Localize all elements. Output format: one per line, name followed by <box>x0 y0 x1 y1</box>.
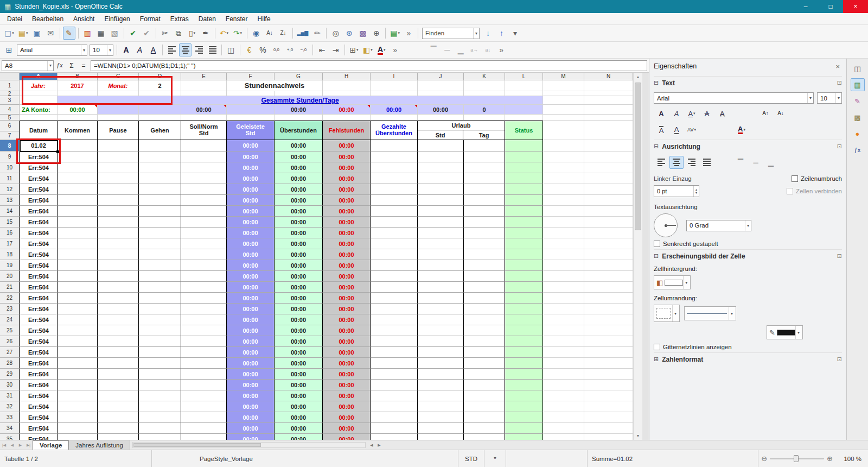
row-header-5[interactable]: 5 <box>0 115 20 121</box>
cell[interactable] <box>98 105 139 115</box>
cell[interactable] <box>584 238 633 249</box>
spinner-arrows-icon[interactable]: ▴▾ <box>693 186 699 197</box>
cell[interactable] <box>584 390 633 401</box>
cell[interactable] <box>58 152 98 162</box>
row-header-20[interactable]: 20 <box>0 271 20 282</box>
cell[interactable]: 00:00 <box>275 401 323 412</box>
cell[interactable]: Err:504 <box>20 184 58 195</box>
row-header-4[interactable]: 4 <box>0 105 20 115</box>
cell[interactable]: 00:00 <box>275 184 323 195</box>
cell[interactable] <box>464 80 505 91</box>
copy-icon[interactable]: ⧉ <box>173 27 185 40</box>
navigator-tab-icon[interactable]: ● <box>851 127 865 140</box>
cell[interactable] <box>98 434 139 440</box>
cell[interactable] <box>58 238 98 249</box>
horizontal-scrollbar[interactable] <box>132 442 366 448</box>
cell[interactable] <box>98 401 139 412</box>
cell[interactable]: 00:00 <box>227 434 275 440</box>
scroll-left-icon[interactable]: ◀ <box>368 440 375 450</box>
cell-status-header[interactable]: Status <box>505 121 543 140</box>
cell[interactable] <box>98 358 139 369</box>
row-header-8[interactable]: 8 <box>0 140 20 152</box>
cell[interactable] <box>58 325 98 336</box>
cell[interactable]: 00:00 <box>323 380 371 390</box>
cell[interactable] <box>58 195 98 206</box>
cell[interactable] <box>584 336 633 347</box>
cell[interactable] <box>505 369 543 380</box>
cell[interactable] <box>139 217 181 228</box>
cell[interactable] <box>505 206 543 217</box>
open-dialog-icon[interactable]: ⊡ <box>837 253 842 260</box>
cell[interactable]: Err:504 <box>20 217 58 228</box>
cell[interactable]: Err:504 <box>20 152 58 162</box>
decrease-font-icon[interactable]: A↓ <box>774 107 788 120</box>
cell[interactable]: Err:504 <box>20 249 58 260</box>
cell[interactable]: 00:00 <box>323 271 371 282</box>
rotation-dial[interactable] <box>654 213 678 237</box>
row-header-6[interactable]: 6 <box>0 121 20 131</box>
cell[interactable] <box>181 217 227 228</box>
cell[interactable]: 00:00 <box>323 423 371 434</box>
align-justify-icon[interactable] <box>700 156 714 169</box>
cell[interactable]: Err:504 <box>20 347 58 358</box>
cell[interactable] <box>139 271 181 282</box>
cell[interactable] <box>464 401 505 412</box>
cell[interactable] <box>418 249 464 260</box>
cell[interactable] <box>98 260 139 271</box>
cell[interactable] <box>371 217 418 228</box>
properties-tab-icon[interactable]: ▦ <box>851 78 865 91</box>
row-header-7[interactable]: 7 <box>0 131 20 140</box>
cell[interactable]: Err:504 <box>20 325 58 336</box>
cell[interactable] <box>58 228 98 238</box>
cell[interactable]: 00:00 <box>227 217 275 228</box>
row-header-15[interactable]: 15 <box>0 217 20 228</box>
cell[interactable] <box>505 293 543 304</box>
cell[interactable] <box>505 282 543 293</box>
cell[interactable] <box>58 162 98 173</box>
cell[interactable] <box>464 140 505 152</box>
cell[interactable] <box>58 249 98 260</box>
collapse-icon[interactable]: ⊟ <box>654 79 659 86</box>
cell[interactable]: 00:00 <box>275 249 323 260</box>
open-dialog-icon[interactable]: ⊡ <box>837 79 842 86</box>
cell-gehen-header[interactable]: Gehen <box>139 121 181 140</box>
cell[interactable] <box>139 390 181 401</box>
cell-A1[interactable]: Jahr: <box>20 80 58 91</box>
cell[interactable] <box>543 314 584 325</box>
print-icon[interactable]: ▦ <box>95 27 107 40</box>
cell[interactable] <box>543 195 584 206</box>
cell[interactable] <box>98 228 139 238</box>
cell[interactable] <box>464 423 505 434</box>
cell[interactable] <box>584 412 633 423</box>
cell[interactable] <box>98 282 139 293</box>
cell[interactable] <box>98 423 139 434</box>
menu-bearbeiten[interactable]: Bearbeiten <box>27 14 68 24</box>
cell-urlaub-header[interactable]: Urlaub Std Tag <box>418 121 505 140</box>
cell[interactable]: 00:00 <box>275 390 323 401</box>
cell[interactable] <box>543 105 584 115</box>
cell[interactable] <box>505 162 543 173</box>
cell[interactable] <box>464 249 505 260</box>
cell[interactable] <box>418 173 464 184</box>
cell[interactable] <box>58 173 98 184</box>
cell[interactable] <box>584 91 633 96</box>
cell[interactable] <box>584 293 633 304</box>
cell[interactable] <box>181 260 227 271</box>
cell[interactable] <box>181 293 227 304</box>
cell[interactable]: 00:00 <box>323 282 371 293</box>
cell[interactable] <box>464 228 505 238</box>
cell[interactable]: 00:00 <box>323 304 371 314</box>
cell[interactable] <box>464 271 505 282</box>
cell[interactable]: Err:504 <box>20 228 58 238</box>
cell[interactable] <box>505 105 543 115</box>
cell-H8[interactable]: 00:00 <box>323 140 371 152</box>
cell[interactable] <box>584 260 633 271</box>
open-dialog-icon[interactable]: ⊡ <box>837 356 842 363</box>
align-center-icon[interactable] <box>669 156 684 169</box>
cell[interactable] <box>371 184 418 195</box>
cell[interactable] <box>464 293 505 304</box>
font-size-combo[interactable]: 10 ▾ <box>90 45 113 56</box>
cell[interactable]: 00:00 <box>227 336 275 347</box>
cell[interactable] <box>543 358 584 369</box>
cell[interactable] <box>139 91 181 96</box>
